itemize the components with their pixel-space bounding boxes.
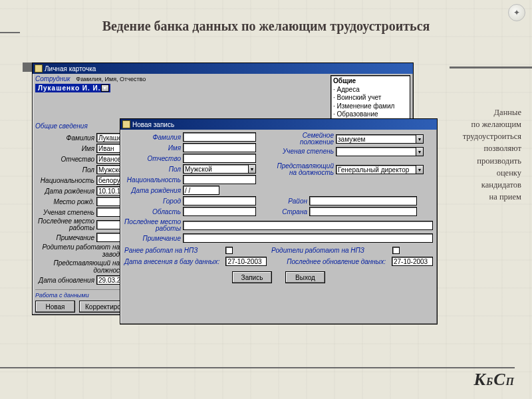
app-icon xyxy=(122,120,130,128)
logo-letter: П xyxy=(506,376,515,387)
caption-line: Данные xyxy=(448,106,521,118)
label-surname: Фамилия xyxy=(35,134,96,142)
list-item[interactable]: · Адреса xyxy=(333,86,408,94)
employee-fio-label: Фамилия, Имя, Отчество xyxy=(76,76,146,82)
input-date-updated[interactable]: 27-10-2003 xyxy=(392,257,433,266)
page-title: Ведение банка данных по желающим трудоус… xyxy=(0,19,532,34)
input-surname[interactable] xyxy=(183,132,256,142)
label-patronymic: Отчество xyxy=(35,156,96,163)
accent-block xyxy=(23,63,32,72)
caption-line: кандидатов xyxy=(448,179,521,191)
new-button[interactable]: Новая xyxy=(35,301,75,313)
label-marital: Семейное положение xyxy=(276,132,336,146)
corner-logo-icon: ✦ xyxy=(508,4,525,21)
caption-line: оценку xyxy=(448,167,521,179)
label-chk1: Ранее работал на НПЗ xyxy=(124,247,200,254)
label-surname: Фамилия xyxy=(124,134,183,141)
label-degree: Ученая степень xyxy=(35,209,96,216)
input-note[interactable] xyxy=(183,233,433,243)
window-title: Новая запись xyxy=(132,121,174,128)
exit-button[interactable]: Выход xyxy=(285,271,325,283)
label-position: Представляющий на должность xyxy=(276,163,336,176)
dropdown-button[interactable]: ▼ xyxy=(248,164,256,174)
list-item[interactable]: Общие xyxy=(333,77,408,86)
label-date-updated: Последнее обновление данных: xyxy=(287,258,388,265)
logo-letter: К xyxy=(473,370,486,389)
window-title: Личная карточка xyxy=(45,65,96,72)
app-icon xyxy=(35,65,43,72)
employee-dropdown-button[interactable]: ▼ xyxy=(101,84,109,92)
label-degree: Ученая степень xyxy=(276,148,336,155)
label-name: Имя xyxy=(35,145,96,152)
label-dob: Дата рождения xyxy=(124,187,183,194)
label-chk2: Родители работают на НПЗ xyxy=(271,247,366,254)
dropdown-button[interactable]: ▼ xyxy=(416,165,424,174)
dropdown-button[interactable]: ▼ xyxy=(416,147,424,156)
checkbox-parents-npz[interactable] xyxy=(392,247,400,254)
label-dob: Дата рождения xyxy=(35,188,96,195)
accent-line xyxy=(450,66,532,68)
label-lastjob: Последнее место работы xyxy=(35,218,96,231)
input-position[interactable]: Генеральный директор xyxy=(336,165,416,174)
label-parents: Родители работают на завод xyxy=(35,243,122,258)
caption-line: на прием xyxy=(448,191,521,203)
input-nationality[interactable] xyxy=(183,175,256,184)
input-dob[interactable]: / / xyxy=(183,186,219,195)
caption-line: производить xyxy=(448,155,521,167)
sections-list[interactable]: Общие · Адреса · Воинский учет · Изменен… xyxy=(331,75,410,122)
input-sex[interactable]: Мужской xyxy=(183,164,248,174)
logo-letter: С xyxy=(493,370,505,389)
label-birthplace: Место рожд. xyxy=(35,198,96,205)
input-marital[interactable]: замужем xyxy=(336,134,416,144)
list-item[interactable]: · Воинский учет xyxy=(333,94,408,102)
group-employee: Сотрудник xyxy=(35,75,70,82)
input-city[interactable] xyxy=(183,196,256,205)
caption-line: позволяют xyxy=(448,142,521,154)
input-region[interactable] xyxy=(183,207,256,216)
label-nationality: Национальность xyxy=(124,176,183,184)
footer-logo: КБСП xyxy=(451,367,515,390)
label-position: Представляющий на должнос xyxy=(35,259,122,274)
label-sex: Пол xyxy=(124,166,183,173)
label-sex: Пол xyxy=(35,166,96,174)
label-lastjob: Последнее место работы xyxy=(124,219,183,232)
label-note: Примечание xyxy=(124,235,183,242)
label-name: Имя xyxy=(124,144,183,152)
label-patronymic: Отчество xyxy=(124,155,183,162)
titlebar[interactable]: Личная карточка xyxy=(33,63,413,74)
caption-line: по желающим xyxy=(448,118,521,130)
label-nationality: Национальность xyxy=(35,177,96,184)
input-patronymic[interactable] xyxy=(183,154,256,163)
titlebar[interactable]: Новая запись xyxy=(120,119,437,130)
label-region: Область xyxy=(124,208,183,215)
input-lastjob[interactable] xyxy=(183,221,433,230)
checkbox-worked-npz[interactable] xyxy=(225,247,233,254)
window-new-record: Новая запись Фамилия Имя Отчество Пол Му… xyxy=(120,118,438,325)
label-country: Страна xyxy=(276,208,309,215)
label-city: Город xyxy=(124,198,183,205)
label-district: Район xyxy=(276,198,309,205)
save-button[interactable]: Запись xyxy=(232,271,272,283)
logo-letter: Б xyxy=(486,376,493,387)
input-district[interactable] xyxy=(309,196,417,205)
footer-line xyxy=(0,367,466,368)
label-note: Примечание xyxy=(35,234,96,241)
label-date-entered: Дата внесения в базу данных: xyxy=(124,258,221,265)
caption-line: трудоустроиться xyxy=(448,130,521,142)
input-degree[interactable] xyxy=(336,147,416,156)
slide-caption: Данные по желающим трудоустроиться позво… xyxy=(448,106,521,203)
label-updated: Дата обновления xyxy=(35,277,96,284)
input-country[interactable] xyxy=(309,207,417,216)
list-item[interactable]: · Изменение фамил xyxy=(333,102,408,111)
input-date-entered[interactable]: 27-10-2003 xyxy=(225,257,267,266)
employee-value: Лукашенко И. И. xyxy=(37,84,101,92)
list-item[interactable]: · Образование xyxy=(333,110,408,119)
tab-data[interactable]: Работа с данными xyxy=(35,292,89,299)
dropdown-button[interactable]: ▼ xyxy=(416,134,424,144)
input-name[interactable] xyxy=(183,143,256,152)
